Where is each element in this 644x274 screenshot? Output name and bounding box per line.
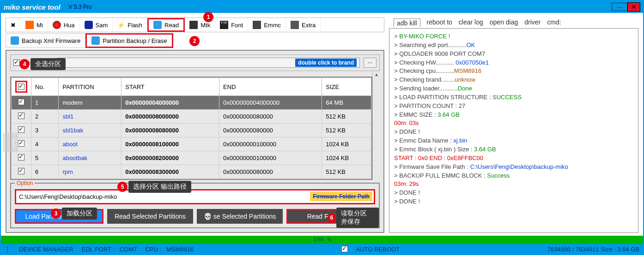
- back-arrow[interactable]: 〈: [3, 133, 18, 152]
- logtab-cmd[interactable]: cmd:: [547, 18, 561, 27]
- cell-size: 512 KB: [322, 165, 371, 179]
- emmc-icon: [253, 21, 261, 29]
- read-full-image-button[interactable]: Read Full Image: [286, 209, 375, 224]
- cell-partition: sbl1: [59, 110, 122, 124]
- tool-font[interactable]: TTFFont: [215, 18, 248, 32]
- cell-start: 0x00000008300000: [122, 165, 219, 179]
- extra-icon: [291, 21, 299, 29]
- partition-table: No. PARTITION START END SIZE 1modem0x000…: [11, 77, 371, 179]
- cell-end: 0x000000004000000: [219, 96, 322, 110]
- option-legend: Option: [15, 180, 35, 186]
- logtab-driver[interactable]: driver: [524, 18, 541, 27]
- db-icon: [91, 36, 100, 45]
- tool-mi[interactable]: Mi: [21, 18, 48, 32]
- read-selected-button[interactable]: Read Selected Partitions: [107, 209, 193, 224]
- tool-hua[interactable]: Hua: [48, 18, 80, 32]
- cell-partition: modem: [59, 96, 122, 110]
- logtab-adbkill[interactable]: adb kill: [394, 18, 420, 27]
- firmware-folder-label: Firmware Folder Path: [310, 192, 372, 201]
- table-row[interactable]: 1modem0x000000040000000x0000000040000006…: [12, 96, 371, 110]
- tool-sam[interactable]: Sam: [80, 18, 113, 32]
- row-checkbox[interactable]: [18, 113, 24, 119]
- table-row[interactable]: 5abootbak0x000000082000000x0000000010000…: [12, 151, 371, 165]
- flash-icon: ⚡: [117, 22, 125, 29]
- cell-size: 1024 KB: [322, 151, 371, 165]
- cell-size: 512 KB: [322, 124, 371, 137]
- row-checkbox[interactable]: [18, 140, 24, 147]
- cell-no: 5: [31, 151, 59, 165]
- mtk-icon: [189, 21, 198, 29]
- col-end[interactable]: END: [219, 78, 322, 96]
- mi-icon: [25, 21, 34, 29]
- col-no[interactable]: No.: [31, 78, 59, 96]
- tool-read[interactable]: Read: [147, 18, 185, 32]
- cell-start: 0x00000008100000: [122, 137, 219, 151]
- cell-start: 0x00000008200000: [122, 151, 219, 165]
- status-bar: ⋮ DEVICE MANAGER EDL PORT : COM7 CPU : M…: [1, 244, 643, 254]
- progress-bar: 100 %: [1, 236, 643, 244]
- app-title: miko service tool: [4, 3, 61, 11]
- cell-start: 0x00000004000000: [122, 96, 219, 110]
- cell-end: 0x0000000080000: [219, 124, 322, 137]
- cell-end: 0x0000000080000: [219, 110, 322, 124]
- cell-partition: aboot: [59, 137, 122, 151]
- logtab-reboot[interactable]: reboot to: [427, 18, 452, 27]
- tool-settings[interactable]: ✖: [6, 18, 21, 32]
- table-row[interactable]: 3sbl1bak0x000000080800000x00000000800005…: [12, 124, 371, 137]
- cell-no: 6: [31, 165, 59, 179]
- row-checkbox[interactable]: [18, 154, 24, 161]
- auto-reboot-checkbox[interactable]: [341, 246, 348, 252]
- row-checkbox[interactable]: [18, 126, 24, 133]
- tool-extra[interactable]: Extra: [286, 18, 321, 32]
- table-row[interactable]: 4aboot0x000000081000000x0000000010000010…: [12, 137, 371, 151]
- font-icon: TTF: [220, 21, 228, 29]
- load-partition-button[interactable]: Load Partition Structure: [15, 209, 103, 224]
- samsung-icon: [85, 21, 93, 29]
- tool-flash[interactable]: ⚡Flash: [113, 18, 147, 32]
- browse-loader-button[interactable]: ...: [364, 58, 377, 68]
- table-row[interactable]: 6rpm0x000000083000000x0000000080000512 K…: [12, 165, 371, 179]
- cell-no: 2: [31, 110, 59, 124]
- tab-backup-xml[interactable]: Backup Xml Firmware: [6, 33, 85, 48]
- logtab-opendiag[interactable]: open diag: [490, 18, 518, 27]
- cell-partition: rpm: [59, 165, 122, 179]
- close-button[interactable]: ✕: [627, 2, 640, 12]
- auto-loader-checkbox[interactable]: [13, 60, 20, 66]
- col-start[interactable]: START: [122, 78, 219, 96]
- cell-size: 64 MB: [322, 96, 371, 110]
- table-scrollbar[interactable]: [372, 71, 380, 180]
- main-toolbar: ✖ Mi Hua Sam ⚡Flash Read Mtk TTFFont Emm…: [6, 18, 384, 32]
- auto-loader-label: Auto Loader: [24, 60, 54, 66]
- loader-path-input[interactable]: double click to brand: [57, 58, 360, 68]
- logtab-clearlog[interactable]: clear log: [459, 18, 483, 27]
- cell-start: 0x00000008000000: [122, 110, 219, 124]
- tool-mtk[interactable]: Mtk: [185, 18, 215, 32]
- titlebar: miko service tool V 5.3 Pro — ✕: [1, 1, 643, 13]
- huawei-icon: [53, 21, 61, 29]
- cell-end: 0x0000000080000: [219, 165, 322, 179]
- loader-hint: double click to brand: [295, 59, 357, 67]
- col-partition[interactable]: PARTITION: [59, 78, 122, 96]
- tool-emmc[interactable]: Emmc: [248, 18, 286, 32]
- table-row[interactable]: 2sbl10x000000080000000x0000000080000512 …: [12, 110, 371, 124]
- row-checkbox[interactable]: [18, 168, 24, 174]
- cell-no: 1: [31, 96, 59, 110]
- col-size[interactable]: SIZE: [322, 78, 371, 96]
- tab-partition-backup[interactable]: Partition Backup / Erase: [85, 33, 173, 48]
- status-counts: 7634880 / 7634911 Size : 3.64 GB: [547, 246, 640, 253]
- status-devmgr[interactable]: DEVICE MANAGER: [19, 246, 73, 253]
- cell-size: 512 KB: [322, 110, 371, 124]
- app-version: V 5.3 Pro: [69, 4, 92, 10]
- select-all-checkbox[interactable]: [18, 83, 24, 90]
- read-icon: [153, 21, 162, 29]
- log-output: > BY-MIKO FORCE !> Searching edl port...…: [389, 28, 638, 233]
- cell-end: 0x00000000100000: [219, 137, 322, 151]
- erase-selected-button[interactable]: se Selected Partitions: [197, 209, 283, 224]
- cell-partition: abootbak: [59, 151, 122, 165]
- db-icon: [11, 36, 19, 45]
- cell-end: 0x00000000100000: [219, 151, 322, 165]
- minimize-button[interactable]: —: [612, 3, 627, 11]
- auto-reboot-label: AUTO REBOOT: [356, 246, 400, 253]
- row-checkbox[interactable]: [18, 99, 24, 105]
- cell-no: 4: [31, 137, 59, 151]
